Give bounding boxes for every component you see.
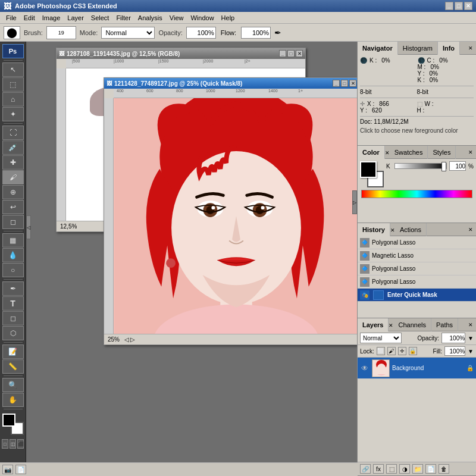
info-foreground-hint[interactable]: Click to choose new foreground color — [360, 127, 458, 134]
tool-gradient[interactable]: ▦ — [2, 233, 24, 248]
lock-transparent-btn[interactable]: ⬜ — [377, 347, 385, 355]
color-fg-swatch[interactable] — [360, 161, 377, 178]
tool-heal[interactable]: ✚ — [2, 155, 24, 170]
history-item-4[interactable]: 🔷 Polygonal Lasso — [358, 275, 476, 289]
opacity-input[interactable] — [186, 27, 216, 39]
tool-notes[interactable]: 📝 — [2, 345, 24, 359]
menu-layer[interactable]: Layer — [64, 13, 87, 23]
tool-pen[interactable]: ✒ — [2, 281, 24, 296]
layer-vis-icon[interactable]: 👁 — [360, 364, 369, 373]
doc2-maximize[interactable]: □ — [341, 80, 348, 87]
close-button[interactable]: ✕ — [464, 2, 472, 10]
layer-group-btn[interactable]: 📁 — [412, 464, 423, 474]
doc1-maximize[interactable]: □ — [287, 50, 295, 57]
tool-clone[interactable]: ⊕ — [2, 185, 24, 199]
history-tab-history[interactable]: History — [358, 223, 390, 236]
tool-hand[interactable]: ✋ — [2, 393, 24, 407]
screen-mode-full[interactable]: ⬛ — [17, 439, 24, 449]
tool-eyedropper[interactable]: 💉 — [2, 140, 24, 155]
tool-eraser[interactable]: ◻ — [2, 215, 24, 229]
history-panel-close[interactable]: ✕ — [466, 226, 475, 234]
history-item-1[interactable]: 🔷 Polygonal Lasso — [358, 236, 476, 249]
menu-analysis[interactable]: Analysis — [134, 13, 166, 23]
nav-tab-info[interactable]: Info — [438, 42, 460, 55]
color-k-input[interactable] — [449, 161, 466, 171]
layer-fx-btn[interactable]: fx — [373, 464, 384, 474]
layers-panel-close[interactable]: ✕ — [466, 321, 475, 329]
screen-mode-normal[interactable]: □ — [2, 439, 8, 449]
color-panel-close[interactable]: ✕ — [466, 148, 475, 156]
lock-position-btn[interactable]: ✛ — [398, 347, 406, 355]
menu-help[interactable]: Help — [218, 13, 239, 23]
layer-link-btn[interactable]: 🔗 — [360, 464, 371, 474]
flow-input[interactable] — [241, 27, 271, 39]
menu-select[interactable]: Select — [87, 13, 113, 23]
layer-adjustment-btn[interactable]: ◑ — [399, 464, 410, 474]
layer-background[interactable]: 👁 Background 🔒 — [358, 358, 476, 379]
doc1-close[interactable]: ✕ — [296, 50, 303, 57]
menu-filter[interactable]: Filter — [112, 13, 134, 23]
doc1-minimize[interactable]: _ — [279, 50, 286, 57]
right-panel-collapse[interactable]: ▷ — [352, 190, 357, 214]
layer-mask-btn[interactable]: ⬚ — [386, 464, 397, 474]
history-item-5-active[interactable]: 🎭 Enter Quick Mask — [358, 289, 476, 302]
nav-tab-navigator[interactable]: Navigator — [358, 42, 398, 55]
opacity-input[interactable] — [441, 333, 465, 343]
fill-arrow[interactable]: ▼ — [468, 348, 474, 355]
doc2-nav-left[interactable]: ◁ — [124, 336, 129, 343]
tool-text[interactable]: T — [2, 296, 24, 311]
history-tab-close[interactable]: ✕ — [390, 227, 395, 233]
brush-preview-button[interactable]: ⬤ — [4, 26, 20, 39]
airbrush-icon[interactable]: ✒ — [274, 28, 281, 37]
tool-move[interactable]: ↖ — [2, 62, 24, 77]
nav-tab-histogram[interactable]: Histogram — [398, 42, 438, 55]
tool-lasso[interactable]: ⌂ — [2, 92, 24, 107]
tool-dodge[interactable]: ○ — [2, 263, 24, 277]
tool-blur[interactable]: 💧 — [2, 248, 24, 262]
fill-input[interactable] — [444, 346, 465, 356]
menu-image[interactable]: Image — [39, 13, 64, 23]
tool-shape[interactable]: ◻ — [2, 311, 24, 325]
brush-size-display[interactable]: 19 — [46, 26, 76, 39]
opacity-arrow[interactable]: ▼ — [468, 335, 474, 342]
history-item-2[interactable]: 🔷 Magnetic Lasso — [358, 249, 476, 262]
history-item-3[interactable]: 🔷 Polygonal Lasso — [358, 262, 476, 275]
color-tab-close[interactable]: ✕ — [385, 150, 390, 156]
minimize-button[interactable]: _ — [445, 2, 453, 10]
tool-crop[interactable]: ⛶ — [2, 126, 24, 140]
doc2-minimize[interactable]: _ — [333, 80, 340, 87]
history-tab-actions[interactable]: Actions — [395, 223, 427, 236]
layer-delete-btn[interactable]: 🗑 — [439, 464, 449, 474]
lock-all-btn[interactable]: 🔒 — [409, 347, 417, 355]
blend-mode-select[interactable]: Normal — [360, 333, 402, 343]
tool-3d[interactable]: ⬡ — [2, 326, 24, 340]
menu-edit[interactable]: Edit — [20, 13, 39, 23]
doc2-nav-right[interactable]: ▷ — [130, 336, 135, 343]
tool-magic-wand[interactable]: ✦ — [2, 107, 24, 121]
tool-marquee[interactable]: ⬚ — [2, 77, 24, 92]
nav-panel-close[interactable]: ✕ — [466, 44, 475, 52]
menu-file[interactable]: File — [2, 13, 20, 23]
layer-new-btn[interactable]: 📄 — [425, 464, 436, 474]
mode-select[interactable]: Normal — [101, 27, 155, 39]
tool-zoom[interactable]: 🔍 — [2, 378, 24, 392]
layers-tab-channels[interactable]: Channels — [393, 318, 431, 331]
left-panel-collapse[interactable]: ◁ — [26, 215, 31, 239]
maximize-button[interactable]: □ — [455, 2, 463, 10]
doc2-canvas[interactable] — [114, 98, 357, 334]
menu-view[interactable]: View — [166, 13, 187, 23]
layers-tab-layers[interactable]: Layers — [358, 318, 389, 331]
tool-measure[interactable]: 📏 — [2, 359, 24, 374]
color-k-slider[interactable] — [394, 163, 447, 169]
color-tab-color[interactable]: Color — [358, 146, 385, 159]
layers-tab-paths[interactable]: Paths — [431, 318, 458, 331]
tool-brush[interactable]: 🖌 — [2, 170, 24, 184]
lock-image-btn[interactable]: 🖌 — [387, 347, 396, 355]
foreground-color-swatch[interactable] — [2, 414, 15, 427]
tool-history-brush[interactable]: ↩ — [2, 200, 24, 214]
screen-mode-full-menu[interactable]: ◫ — [10, 439, 16, 449]
color-tab-styles[interactable]: Styles — [428, 146, 456, 159]
color-spectrum[interactable] — [361, 190, 472, 198]
layers-tab-close[interactable]: ✕ — [389, 322, 393, 328]
menu-window[interactable]: Window — [187, 13, 217, 23]
